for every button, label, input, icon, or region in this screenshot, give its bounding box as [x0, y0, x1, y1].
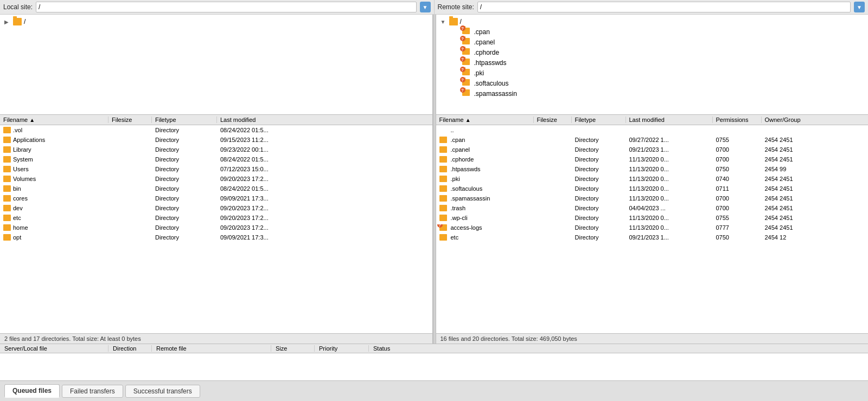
remote-file-row[interactable]: .cpanel Directory 09/21/2023 1... 0700 2… [436, 145, 869, 154]
file-name: .wp-cli [436, 215, 534, 221]
remote-tree-item[interactable]: ? .spamassassin [436, 88, 869, 99]
folder-icon [439, 195, 447, 202]
remote-file-row[interactable]: .wp-cli Directory 11/13/2020 0... 0755 2… [436, 213, 869, 223]
file-type: Directory [572, 137, 626, 143]
remote-file-list[interactable]: .. .cpan Directory 09/27/2022 1... 0755 … [436, 125, 869, 333]
local-file-row[interactable]: dev Directory 09/20/2023 17:2... [0, 203, 432, 213]
tab-successful[interactable]: Successful transfers [125, 385, 200, 398]
site-bars: Local site: ▼ Remote site: ▼ [0, 0, 868, 15]
file-name: .. [436, 127, 534, 133]
file-permissions: 0750 [713, 166, 762, 172]
file-type: Directory [152, 205, 217, 211]
folder-icon [439, 205, 447, 211]
local-tree-root[interactable]: ▶ / [0, 17, 432, 27]
remote-tree-item[interactable]: ? .cphorde [436, 47, 869, 57]
question-folder-icon: ? [462, 38, 470, 46]
file-type: Directory [152, 215, 217, 221]
file-owner: 2454 2451 [762, 224, 869, 231]
remote-panel: ▼ / ? .cpan ? .cpanel ? .cphorde [436, 15, 869, 344]
file-name: opt [0, 234, 108, 241]
file-type: Directory [152, 224, 217, 231]
local-col-lastmodified[interactable]: Last modified [217, 117, 432, 123]
local-col-filesize[interactable]: Filesize [108, 117, 152, 123]
local-file-row[interactable]: System Directory 08/24/2022 01:5... [0, 154, 432, 164]
local-file-row[interactable]: Applications Directory 09/15/2023 11:2..… [0, 135, 432, 145]
local-file-row[interactable]: bin Directory 08/24/2022 01:5... [0, 184, 432, 193]
file-owner: 2454 2451 [762, 195, 869, 202]
folder-icon [439, 166, 447, 172]
remote-tree-item[interactable]: ? .cpanel [436, 37, 869, 47]
remote-file-row[interactable]: .cpan Directory 09/27/2022 1... 0755 245… [436, 135, 869, 145]
local-file-row[interactable]: opt Directory 09/09/2021 17:3... [0, 232, 432, 242]
remote-tree-item[interactable]: ? .softaculous [436, 78, 869, 88]
file-type: Directory [572, 176, 626, 182]
local-file-row[interactable]: Volumes Directory 09/20/2023 17:2... [0, 174, 432, 184]
file-type: Directory [572, 234, 626, 241]
local-file-row[interactable]: Users Directory 07/12/2023 15:0... [0, 164, 432, 174]
remote-file-row[interactable]: ? access-logs Directory 11/13/2020 0... … [436, 223, 869, 232]
local-file-row[interactable]: Library Directory 09/23/2022 00:1... [0, 145, 432, 154]
local-col-filename[interactable]: Filename ▲ [0, 117, 108, 123]
file-name: .spamassassin [436, 195, 534, 202]
local-file-row[interactable]: .vol Directory 08/24/2022 01:5... [0, 125, 432, 135]
remote-file-row[interactable]: .pki Directory 11/13/2020 0... 0740 2454… [436, 174, 869, 184]
local-site-input[interactable] [36, 2, 416, 12]
file-modified: 09/20/2023 17:2... [217, 205, 432, 211]
local-file-row[interactable]: home Directory 09/20/2023 17:2... [0, 223, 432, 232]
local-col-filetype[interactable]: Filetype [152, 117, 217, 123]
remote-file-row[interactable]: .htpasswds Directory 11/13/2020 0... 075… [436, 164, 869, 174]
transfer-area: Server/Local file Direction Remote file … [0, 344, 868, 380]
remote-file-row[interactable]: .. [436, 125, 869, 135]
transfer-col-server: Server/Local file [0, 345, 108, 352]
remote-tree-item[interactable]: ? .pki [436, 68, 869, 78]
remote-site-dropdown[interactable]: ▼ [854, 2, 865, 12]
transfer-headers: Server/Local file Direction Remote file … [0, 344, 868, 353]
file-permissions: 0700 [713, 146, 762, 153]
folder-icon [439, 146, 447, 153]
file-permissions: 0700 [713, 156, 762, 163]
file-modified: 11/13/2020 0... [626, 224, 713, 231]
remote-tree-item[interactable]: ? .htpasswds [436, 57, 869, 68]
transfer-col-remote: Remote file [152, 345, 271, 352]
tab-failed[interactable]: Failed transfers [62, 385, 123, 398]
remote-col-filename[interactable]: Filename ▲ [436, 117, 534, 123]
remote-col-owner[interactable]: Owner/Group [762, 117, 869, 123]
remote-tree[interactable]: ▼ / ? .cpan ? .cpanel ? .cphorde [436, 15, 869, 115]
local-panel: ▶ / Filename ▲ Filesize Filetype Last mo… [0, 15, 433, 344]
sort-arrow: ▲ [29, 117, 35, 123]
remote-file-row[interactable]: .cphorde Directory 11/13/2020 0... 0700 … [436, 154, 869, 164]
file-modified: 09/21/2023 1... [626, 146, 713, 153]
file-name: dev [0, 205, 108, 211]
local-file-row[interactable]: etc Directory 09/20/2023 17:2... [0, 213, 432, 223]
folder-icon [3, 156, 11, 163]
remote-col-permissions[interactable]: Permissions [713, 117, 762, 123]
file-name: etc [0, 215, 108, 221]
remote-tree-item-label: .pki [474, 69, 484, 77]
remote-file-row[interactable]: .softaculous Directory 11/13/2020 0... 0… [436, 184, 869, 193]
file-type: Directory [152, 137, 217, 143]
remote-tree-root[interactable]: ▼ / [436, 17, 869, 27]
folder-icon [3, 127, 11, 133]
file-modified: 11/13/2020 0... [626, 195, 713, 202]
remote-tree-item[interactable]: ? .cpan [436, 27, 869, 37]
local-site-dropdown[interactable]: ▼ [420, 2, 431, 12]
remote-site-input[interactable] [477, 2, 851, 12]
folder-icon [13, 18, 22, 25]
remote-col-filetype[interactable]: Filetype [572, 117, 626, 123]
remote-file-row[interactable]: .spamassassin Directory 11/13/2020 0... … [436, 193, 869, 203]
file-permissions: 0750 [713, 234, 762, 241]
remote-file-row[interactable]: .trash Directory 04/04/2023 ... 0700 245… [436, 203, 869, 213]
file-modified: 08/24/2022 01:5... [217, 156, 432, 163]
transfer-col-priority: Priority [315, 345, 369, 352]
local-site-bar: Local site: ▼ [0, 0, 435, 14]
remote-file-row[interactable]: etc Directory 09/21/2023 1... 0750 2454 … [436, 232, 869, 242]
local-file-list[interactable]: .vol Directory 08/24/2022 01:5... Applic… [0, 125, 432, 333]
local-file-row[interactable]: cores Directory 09/09/2021 17:3... [0, 193, 432, 203]
local-tree[interactable]: ▶ / [0, 15, 432, 115]
remote-col-lastmodified[interactable]: Last modified [626, 117, 713, 123]
file-name: etc [436, 234, 534, 241]
remote-col-filesize[interactable]: Filesize [534, 117, 572, 123]
file-owner: 2454 2451 [762, 137, 869, 143]
file-owner: 2454 2451 [762, 185, 869, 192]
tab-queued[interactable]: Queued files [4, 384, 60, 398]
